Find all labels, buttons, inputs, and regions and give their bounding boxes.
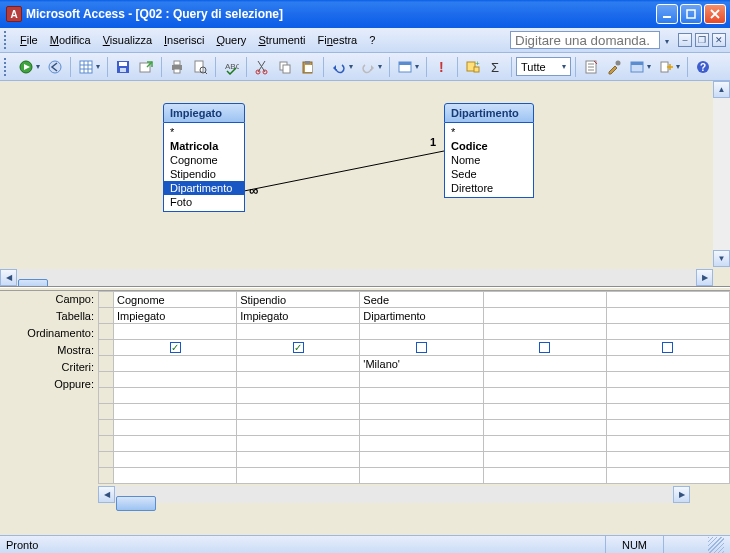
help-search-input[interactable]	[510, 31, 660, 49]
cell-tabella-0[interactable]: Impiegato	[113, 308, 236, 324]
mdi-minimize-button[interactable]: –	[678, 33, 692, 47]
close-button[interactable]	[704, 4, 726, 24]
query-type-button[interactable]	[394, 56, 422, 78]
menu-query[interactable]: Query	[210, 31, 252, 49]
export-button[interactable]	[135, 56, 157, 78]
run-button[interactable]: !	[431, 56, 453, 78]
show-table-button[interactable]: +	[462, 56, 484, 78]
menu-help[interactable]: ?	[363, 31, 381, 49]
cell-criteri-2[interactable]: 'Milano'	[360, 356, 483, 372]
cell-tabella-2[interactable]: Dipartimento	[360, 308, 483, 324]
help-button[interactable]: ?	[692, 56, 714, 78]
menu-strumenti[interactable]: Strumenti	[252, 31, 311, 49]
datasheet-button[interactable]	[75, 56, 103, 78]
help-search-dropdown[interactable]	[663, 34, 669, 46]
field-star[interactable]: *	[164, 125, 244, 139]
maximize-button[interactable]	[680, 4, 702, 24]
menu-finestra[interactable]: Finestra	[311, 31, 363, 49]
field-cognome[interactable]: Cognome	[164, 153, 244, 167]
field-stipendio[interactable]: Stipendio	[164, 167, 244, 181]
cell-campo-2[interactable]: Sede	[360, 292, 483, 308]
cell-campo-1[interactable]: Stipendio	[237, 292, 360, 308]
properties-button[interactable]	[580, 56, 602, 78]
field-star2[interactable]: *	[445, 125, 533, 139]
minimize-button[interactable]	[656, 4, 678, 24]
svg-rect-23	[399, 62, 411, 65]
qbe-grid[interactable]: Cognome Stipendio Sede Impiegato Impiega…	[98, 291, 730, 484]
row-tabella: Impiegato Impiegato Dipartimento	[99, 308, 730, 324]
spellcheck-button[interactable]: ABC	[220, 56, 242, 78]
table-impiegato-title[interactable]: Impiegato	[163, 103, 245, 123]
top-values-combo[interactable]: Tutte	[516, 57, 571, 76]
field-foto[interactable]: Foto	[164, 195, 244, 209]
cell-criteri-1[interactable]	[237, 356, 360, 372]
build-button[interactable]	[603, 56, 625, 78]
design-hscroll[interactable]: ◀ ▶	[0, 269, 730, 286]
menu-handle[interactable]	[4, 31, 10, 49]
vscroll-down[interactable]: ▼	[713, 250, 730, 267]
design-vscroll[interactable]: ▲ ▼	[713, 81, 730, 267]
field-matricola[interactable]: Matricola	[164, 139, 244, 153]
cut-button[interactable]	[251, 56, 273, 78]
hscroll-left[interactable]: ◀	[0, 269, 17, 286]
field-dipartimento[interactable]: Dipartimento	[164, 181, 244, 195]
mostra-check-4[interactable]	[662, 342, 673, 353]
new-object-button[interactable]	[655, 56, 683, 78]
mdi-restore-button[interactable]: ❐	[695, 33, 709, 47]
redo-button[interactable]	[357, 56, 385, 78]
copy-button[interactable]	[274, 56, 296, 78]
mostra-check-2[interactable]	[416, 342, 427, 353]
save-button[interactable]	[112, 56, 134, 78]
table-dipartimento[interactable]: Dipartimento * Codice Nome Sede Direttor…	[444, 103, 534, 198]
label-criteri: Criteri:	[0, 359, 98, 376]
design-canvas[interactable]: ∞ 1 Impiegato * Matricola Cognome Stipen…	[0, 81, 730, 286]
table-impiegato[interactable]: Impiegato * Matricola Cognome Stipendio …	[163, 103, 245, 212]
table-dipartimento-title[interactable]: Dipartimento	[444, 103, 534, 123]
field-codice[interactable]: Codice	[445, 139, 533, 153]
menu-visualizza[interactable]: Visualizza	[97, 31, 158, 49]
back-button[interactable]	[44, 56, 66, 78]
grid-hscroll-right[interactable]: ▶	[673, 486, 690, 503]
label-tabella: Tabella:	[0, 308, 98, 325]
cell-criteri-3[interactable]	[483, 356, 606, 372]
menu-file[interactable]: File	[14, 31, 44, 49]
table-dipartimento-body: * Codice Nome Sede Direttore	[444, 123, 534, 198]
cell-campo-3[interactable]	[483, 292, 606, 308]
relation-many-symbol: ∞	[249, 183, 258, 198]
mdi-close-button[interactable]: ✕	[712, 33, 726, 47]
hscroll-right[interactable]: ▶	[696, 269, 713, 286]
grid-hscroll[interactable]: ◀ ▶	[98, 486, 690, 503]
row-ordinamento	[99, 324, 730, 340]
mostra-check-3[interactable]	[539, 342, 550, 353]
cell-criteri-0[interactable]	[113, 356, 236, 372]
menu-inserisci[interactable]: Inserisci	[158, 31, 210, 49]
cell-tabella-4[interactable]	[606, 308, 729, 324]
toolbar-handle[interactable]	[4, 58, 10, 76]
field-direttore[interactable]: Direttore	[445, 181, 533, 195]
undo-button[interactable]	[328, 56, 356, 78]
db-window-button[interactable]	[626, 56, 654, 78]
relationship-line	[0, 81, 720, 271]
table-impiegato-body: * Matricola Cognome Stipendio Dipartimen…	[163, 123, 245, 212]
mostra-check-1[interactable]: ✓	[293, 342, 304, 353]
cell-tabella-3[interactable]	[483, 308, 606, 324]
view-button[interactable]	[15, 56, 43, 78]
cell-campo-0[interactable]: Cognome	[113, 292, 236, 308]
svg-rect-20	[305, 61, 310, 64]
mostra-check-0[interactable]: ✓	[170, 342, 181, 353]
resize-grip[interactable]	[708, 537, 724, 553]
field-nome[interactable]: Nome	[445, 153, 533, 167]
svg-rect-12	[195, 61, 203, 72]
paste-button[interactable]	[297, 56, 319, 78]
grid-hscroll-left[interactable]: ◀	[98, 486, 115, 503]
field-sede[interactable]: Sede	[445, 167, 533, 181]
menu-modifica[interactable]: Modifica	[44, 31, 97, 49]
preview-button[interactable]	[189, 56, 211, 78]
cell-criteri-4[interactable]	[606, 356, 729, 372]
cell-campo-4[interactable]	[606, 292, 729, 308]
title-bar: A Microsoft Access - [Q02 : Query di sel…	[0, 0, 730, 28]
print-button[interactable]	[166, 56, 188, 78]
vscroll-up[interactable]: ▲	[713, 81, 730, 98]
cell-tabella-1[interactable]: Impiegato	[237, 308, 360, 324]
totals-button[interactable]: Σ	[485, 56, 507, 78]
